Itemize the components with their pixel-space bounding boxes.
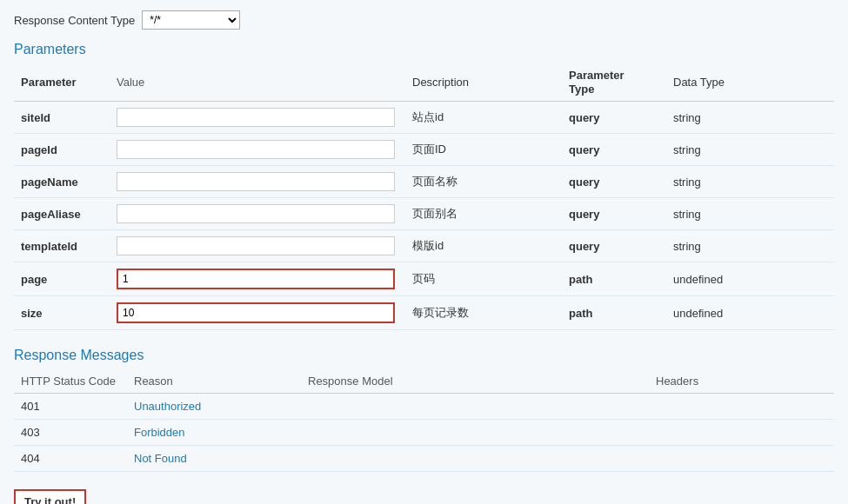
param-input[interactable] [117,140,395,159]
param-value-cell [110,166,405,198]
table-row: 401Unauthorized [14,394,834,420]
param-datatype-cell: undefined [666,262,834,296]
param-input[interactable] [117,172,395,191]
table-row: siteId站点idquerystring [14,102,834,134]
param-desc-cell: 页码 [405,262,562,296]
param-name-cell: siteId [14,102,110,134]
parameters-section: Parameters Parameter Value Description P… [14,42,834,330]
col-header-status-code: HTTP Status Code [14,370,127,394]
parameters-title: Parameters [14,42,834,57]
param-value-cell [110,198,405,230]
param-desc-cell: 站点id [405,102,562,134]
col-header-description: Description [405,64,562,102]
col-header-response-model: Response Model [301,370,649,394]
col-header-value: Value [110,64,405,102]
param-datatype-cell: string [666,102,834,134]
param-input[interactable] [117,108,395,127]
param-name-cell: pageId [14,134,110,166]
param-desc-cell: 页面ID [405,134,562,166]
response-messages-title: Response Messages [14,348,834,363]
col-header-reason: Reason [127,370,301,394]
table-row: page页码pathundefined [14,262,834,296]
col-header-headers: Headers [649,370,834,394]
response-messages-section: Response Messages HTTP Status Code Reaso… [14,348,834,472]
param-type-cell: path [562,262,666,296]
param-datatype-cell: string [666,198,834,230]
col-header-data-type: Data Type [666,64,834,102]
param-datatype-cell: undefined [666,296,834,330]
param-name-cell: size [14,296,110,330]
param-value-cell [110,134,405,166]
param-name-cell: templateId [14,230,110,262]
param-datatype-cell: string [666,230,834,262]
parameters-table: Parameter Value Description ParameterTyp… [14,64,834,330]
headers-cell [649,446,834,472]
param-desc-cell: 页面名称 [405,166,562,198]
col-header-parameter: Parameter [14,64,110,102]
status-code-cell: 401 [14,394,127,420]
headers-cell [649,420,834,446]
param-input[interactable] [117,302,395,323]
response-model-cell [301,420,649,446]
main-container: Response Content Type */* application/js… [0,0,848,504]
response-model-cell [301,394,649,420]
status-code-cell: 404 [14,446,127,472]
table-row: templateId模版idquerystring [14,230,834,262]
param-desc-cell: 模版id [405,230,562,262]
table-row: 404Not Found [14,446,834,472]
table-row: pageId页面IDquerystring [14,134,834,166]
table-row: pageAliase页面别名querystring [14,198,834,230]
param-input[interactable] [117,236,395,255]
response-content-type-row: Response Content Type */* application/js… [14,10,834,30]
param-type-cell: query [562,134,666,166]
param-type-cell: query [562,102,666,134]
table-row: size每页记录数pathundefined [14,296,834,330]
response-messages-table: HTTP Status Code Reason Response Model H… [14,370,834,472]
param-type-cell: query [562,198,666,230]
response-content-type-select[interactable]: */* application/json text/plain [142,10,240,30]
param-name-cell: pageAliase [14,198,110,230]
response-model-cell [301,446,649,472]
response-content-type-label: Response Content Type [14,14,135,27]
try-it-out-button[interactable]: Try it out! [14,489,86,504]
param-value-cell [110,262,405,296]
table-row: 403Forbidden [14,420,834,446]
reason-cell: Not Found [127,446,301,472]
reason-cell: Unauthorized [127,394,301,420]
param-value-cell [110,230,405,262]
param-name-cell: pageName [14,166,110,198]
param-datatype-cell: string [666,166,834,198]
table-row: pageName页面名称querystring [14,166,834,198]
param-type-cell: query [562,230,666,262]
col-header-param-type: ParameterType [562,64,666,102]
param-input[interactable] [117,204,395,223]
param-value-cell [110,296,405,330]
reason-cell: Forbidden [127,420,301,446]
status-code-cell: 403 [14,420,127,446]
param-value-cell [110,102,405,134]
param-type-cell: path [562,296,666,330]
param-name-cell: page [14,262,110,296]
param-desc-cell: 页面别名 [405,198,562,230]
param-type-cell: query [562,166,666,198]
param-datatype-cell: string [666,134,834,166]
headers-cell [649,394,834,420]
param-input[interactable] [117,269,395,289]
param-desc-cell: 每页记录数 [405,296,562,330]
